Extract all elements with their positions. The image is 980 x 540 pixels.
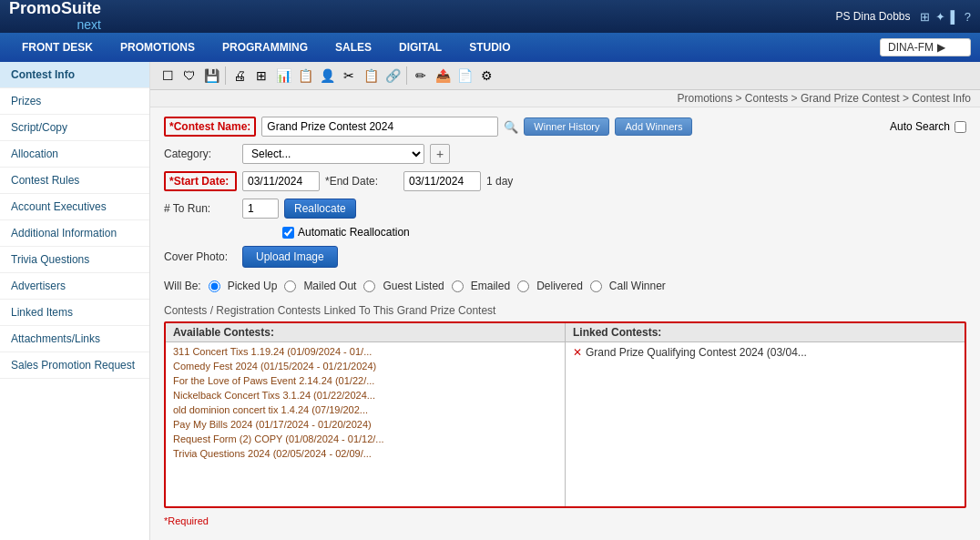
linked-contests-panel: Linked Contests: ✕ Grand Prize Qualifyin…	[566, 323, 965, 506]
run-input[interactable]	[242, 199, 279, 219]
winner-history-button[interactable]: Winner History	[524, 117, 609, 136]
guest-listed-label: Guest Listed	[383, 280, 444, 292]
mailed-out-label: Mailed Out	[303, 280, 356, 292]
will-be-label: Will Be:	[164, 280, 201, 292]
chart-icon[interactable]: ▌	[951, 10, 959, 24]
station-chevron: ▶	[937, 41, 945, 54]
settings-icon[interactable]: ✦	[935, 10, 945, 24]
linked-contest-name: Grand Prize Qualifying Contest 2024 (03/…	[586, 346, 807, 359]
category-row: Category: Select... +	[164, 144, 966, 164]
nav-promotions[interactable]: PROMOTIONS	[107, 36, 208, 59]
print-icon[interactable]: 🖨	[230, 66, 250, 86]
start-date-input[interactable]	[242, 171, 320, 191]
add-category-button[interactable]: +	[430, 144, 450, 164]
contests-grid: Available Contests: 311 Concert Tixs 1.1…	[164, 321, 966, 508]
logo-promo: PromoSuite	[9, 0, 101, 18]
auto-realloc-checkbox[interactable]	[282, 227, 294, 239]
sidebar-item-linked-items[interactable]: Linked Items	[0, 300, 149, 326]
sidebar-item-additional-info[interactable]: Additional Information	[0, 220, 149, 247]
sidebar-item-contest-rules[interactable]: Contest Rules	[0, 168, 149, 194]
sidebar: Contest Info Prizes Script/Copy Allocati…	[0, 62, 150, 540]
nav-bar: FRONT DESK PROMOTIONS PROGRAMMING SALES …	[0, 33, 980, 62]
end-date-label: *End Date:	[325, 175, 398, 188]
export-icon[interactable]: 📤	[433, 66, 453, 86]
emailed-label: Emailed	[471, 280, 510, 292]
help-icon[interactable]: ?	[965, 10, 971, 24]
days-label: 1 day	[486, 175, 513, 188]
station-select[interactable]: DINA-FM ▶	[880, 38, 971, 56]
paste-icon[interactable]: 📋	[361, 66, 381, 86]
upload-image-button[interactable]: Upload Image	[242, 246, 338, 268]
auto-search-checkbox[interactable]	[954, 121, 966, 133]
logo-next: next	[9, 18, 101, 32]
nav-sales[interactable]: SALES	[322, 36, 384, 59]
sidebar-item-contest-info[interactable]: Contest Info	[0, 62, 149, 88]
picked-up-label: Picked Up	[228, 280, 278, 292]
edit-icon[interactable]: ✏	[411, 66, 431, 86]
radio-emailed[interactable]	[452, 280, 464, 292]
copy-icon[interactable]: 📋	[295, 66, 315, 86]
grid-icon[interactable]: ⊞	[920, 10, 930, 24]
sidebar-item-sales-promo[interactable]: Sales Promotion Request	[0, 352, 149, 379]
cover-photo-label: Cover Photo:	[164, 250, 237, 263]
top-bar: PromoSuite next PS Dina Dobbs ⊞ ✦ ▌ ?	[0, 0, 980, 33]
delete-icon[interactable]: ✂	[339, 66, 359, 86]
list-item[interactable]: old dominion concert tix 1.4.24 (07/19/2…	[166, 402, 565, 417]
save-icon[interactable]: 💾	[201, 66, 221, 86]
nav-programming[interactable]: PROGRAMMING	[209, 36, 321, 59]
reallocate-button[interactable]: Reallocate	[284, 199, 356, 219]
separator-2	[406, 66, 407, 85]
contest-name-row: *Contest Name: 🔍 Winner History Add Winn…	[164, 117, 966, 137]
logo: PromoSuite next	[9, 0, 101, 32]
linked-section-label: Contests / Registration Contests Linked …	[164, 304, 966, 317]
new-icon[interactable]: ☐	[158, 66, 178, 86]
grid-icon[interactable]: ⊞	[251, 66, 271, 86]
radio-mailed-out[interactable]	[284, 280, 296, 292]
settings-gear-icon[interactable]: ⚙	[476, 66, 496, 86]
sidebar-item-allocation[interactable]: Allocation	[0, 141, 149, 168]
user-name: PS Dina Dobbs	[836, 10, 911, 23]
main-layout: Contest Info Prizes Script/Copy Allocati…	[0, 62, 980, 540]
sidebar-item-script-copy[interactable]: Script/Copy	[0, 115, 149, 141]
contest-search-icon[interactable]: 🔍	[504, 120, 518, 134]
remove-linked-icon[interactable]: ✕	[573, 346, 582, 359]
radio-call-winner[interactable]	[590, 280, 602, 292]
call-winner-label: Call Winner	[609, 280, 666, 292]
contest-name-label: *Contest Name:	[164, 117, 256, 137]
contest-name-input[interactable]	[261, 117, 498, 137]
radio-picked-up[interactable]	[209, 280, 220, 292]
delivered-label: Delivered	[536, 280, 583, 292]
sidebar-item-trivia[interactable]: Trivia Questions	[0, 247, 149, 273]
end-date-input[interactable]	[403, 171, 481, 191]
linked-contests-list: ✕ Grand Prize Qualifying Contest 2024 (0…	[566, 342, 965, 506]
station-name: DINA-FM	[888, 41, 934, 54]
list-item[interactable]: ✕ Grand Prize Qualifying Contest 2024 (0…	[566, 344, 965, 361]
sidebar-item-account-execs[interactable]: Account Executives	[0, 194, 149, 220]
list-item[interactable]: For the Love of Paws Event 2.14.24 (01/2…	[166, 373, 565, 388]
auto-search-label: Auto Search	[890, 120, 950, 133]
list-item[interactable]: Request Form (2) COPY (01/08/2024 - 01/1…	[166, 432, 565, 446]
table-icon[interactable]: 📊	[273, 66, 293, 86]
required-note: *Required	[164, 515, 966, 526]
category-select[interactable]: Select...	[242, 144, 424, 164]
top-icons: ⊞ ✦ ▌ ?	[920, 10, 971, 24]
radio-delivered[interactable]	[517, 280, 529, 292]
nav-front-desk[interactable]: FRONT DESK	[9, 36, 106, 59]
list-item[interactable]: 311 Concert Tixs 1.19.24 (01/09/2024 - 0…	[166, 344, 565, 359]
link-icon[interactable]: 🔗	[383, 66, 403, 86]
nav-studio[interactable]: STUDIO	[456, 36, 523, 59]
add-winners-button[interactable]: Add Winners	[615, 117, 692, 136]
user-icon[interactable]: 👤	[317, 66, 337, 86]
radio-guest-listed[interactable]	[363, 280, 375, 292]
sidebar-item-attachments[interactable]: Attachments/Links	[0, 326, 149, 352]
sidebar-item-advertisers[interactable]: Advertisers	[0, 273, 149, 300]
nav-digital[interactable]: DIGITAL	[386, 36, 454, 59]
list-item[interactable]: Pay My Bills 2024 (01/17/2024 - 01/20/20…	[166, 417, 565, 432]
list-item[interactable]: Nickelback Concert Tixs 3.1.24 (01/22/20…	[166, 388, 565, 402]
doc-icon[interactable]: 📄	[454, 66, 475, 86]
list-item[interactable]: Trivia Questions 2024 (02/05/2024 - 02/0…	[166, 446, 565, 461]
list-item[interactable]: Comedy Fest 2024 (01/15/2024 - 01/21/202…	[166, 359, 565, 373]
category-label: Category:	[164, 148, 237, 160]
shield-icon[interactable]: 🛡	[179, 66, 199, 86]
sidebar-item-prizes[interactable]: Prizes	[0, 88, 149, 115]
